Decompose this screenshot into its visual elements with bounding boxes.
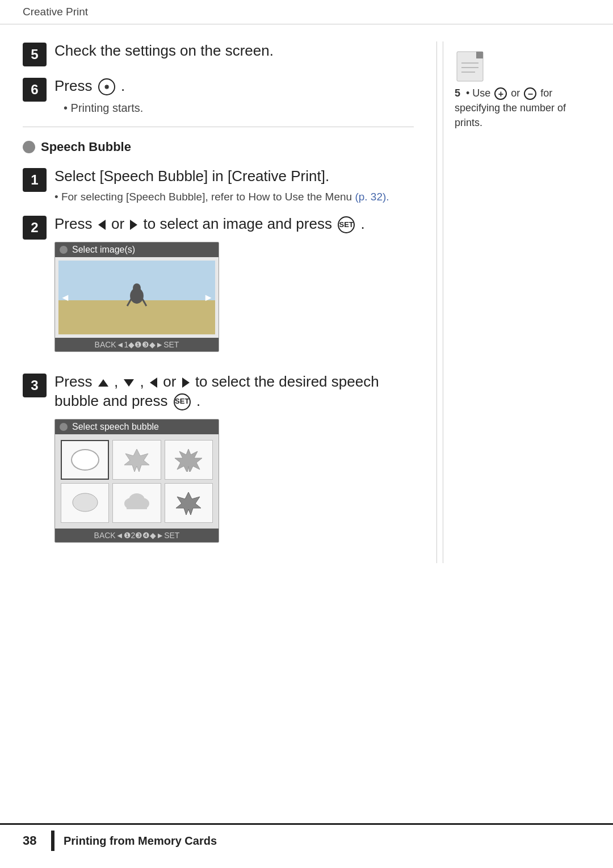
document-icon	[455, 51, 491, 82]
section-divider	[23, 127, 414, 127]
screen-dot-icon-2	[60, 423, 68, 431]
step-2-dot: .	[360, 215, 364, 232]
step-3: 3 Press , , or to select the desired spe…	[23, 372, 414, 553]
arrow-left-icon	[98, 220, 106, 230]
footer-text: Printing from Memory Cards	[64, 835, 217, 848]
screen-dot-icon	[60, 246, 68, 254]
right-column: 5 • Use + or − for specifying the number…	[443, 41, 590, 563]
step-6-number: 6	[23, 78, 47, 102]
screen-mockup-2: Select speech bubble	[54, 419, 219, 543]
step-3-dot: .	[196, 392, 200, 409]
bubble-item-5	[112, 483, 161, 523]
bubble-grid	[55, 434, 219, 529]
step-6-title: Press ⎈ .	[54, 77, 414, 96]
step-2-or: or	[111, 215, 128, 232]
step-6-content: Press ⎈ . Printing starts.	[54, 77, 414, 116]
main-content: 5 Check the settings on the screen. 6 Pr…	[0, 24, 613, 563]
screen-topbar-2: Select speech bubble	[55, 420, 219, 434]
minus-icon: −	[524, 87, 536, 100]
screen-bottom-text-1: BACK◄1◆❶❸◆►SET	[95, 340, 179, 349]
bubble-spiky-icon	[122, 448, 152, 472]
screen-nav-left-icon: ◄	[60, 291, 70, 303]
bubble-item-6	[165, 483, 213, 523]
note-box: 5 • Use + or − for specifying the number…	[455, 51, 590, 130]
bubble-cloud-icon	[122, 491, 152, 515]
step-6-press-label: Press	[54, 77, 92, 94]
arrow-down-icon	[124, 379, 134, 387]
step-3-title: Press , , or to select the desired speec…	[54, 372, 414, 411]
screen-bottombar-1: BACK◄1◆❶❸◆►SET	[55, 338, 219, 351]
step-1-note: • For selecting [Speech Bubble], refer t…	[54, 190, 414, 205]
svg-rect-12	[127, 502, 147, 509]
step-2-number: 2	[23, 216, 47, 240]
screen-label-2: Select speech bubble	[72, 422, 159, 432]
step-1: 1 Select [Speech Bubble] in [Creative Pr…	[23, 167, 414, 204]
step-2-press: Press	[54, 215, 96, 232]
step-5-title: Check the settings on the screen.	[54, 41, 414, 61]
section-title: Speech Bubble	[41, 140, 131, 154]
svg-point-3	[133, 283, 141, 292]
svg-rect-15	[476, 52, 483, 58]
section-bullet-icon	[23, 141, 35, 153]
svg-rect-1	[58, 300, 215, 334]
screen-bottom-text-2: BACK◄❶2❸❹◆►SET	[94, 531, 180, 540]
screen-nav-right-icon: ►	[203, 291, 213, 303]
step-1-title: Select [Speech Bubble] in [Creative Prin…	[54, 167, 414, 186]
svg-marker-7	[175, 449, 202, 472]
step-6-dot: .	[121, 77, 125, 94]
beach-svg	[58, 261, 215, 334]
step-3-comma2: ,	[140, 373, 148, 390]
screen-bottombar-2: BACK◄❶2❸❹◆►SET	[55, 529, 219, 542]
arrow-right-icon-2	[182, 378, 190, 388]
page-footer: 38 Printing from Memory Cards	[0, 823, 613, 851]
svg-point-8	[73, 493, 98, 511]
step-3-or: or	[163, 373, 180, 390]
right-note-number: 5	[455, 87, 460, 99]
bubble-item-4	[61, 483, 109, 523]
bubble-oval-icon	[71, 449, 99, 471]
step-2-to-select: to select an image and press	[144, 215, 337, 232]
footer-page-number: 38	[23, 833, 51, 848]
bubble-spiky2-icon	[174, 448, 203, 472]
screen-topbar-1: Select image(s)	[55, 242, 219, 257]
step-3-to-select: to select the desired speech bubble and …	[54, 373, 379, 409]
step-6-bullet: Printing starts.	[64, 99, 414, 116]
step-3-content: Press , , or to select the desired speec…	[54, 372, 414, 553]
screen-label-1: Select image(s)	[72, 245, 135, 255]
left-column: 5 Check the settings on the screen. 6 Pr…	[23, 41, 431, 563]
step-3-press: Press	[54, 373, 96, 390]
screen-image-1: ◄ ►	[58, 261, 215, 334]
step-1-content: Select [Speech Bubble] in [Creative Prin…	[54, 167, 414, 204]
step-2-title: Press or to select an image and press SE…	[54, 215, 414, 234]
arrow-left-icon-2	[150, 378, 157, 388]
bubble-oval2-icon	[70, 491, 100, 515]
arrow-up-icon	[98, 379, 108, 387]
step-1-number: 1	[23, 168, 47, 192]
step-5-number: 5	[23, 43, 47, 66]
right-note-text: 5 • Use + or − for specifying the number…	[455, 86, 590, 130]
bubble-item-1	[61, 440, 109, 480]
bubble-item-3	[165, 440, 213, 480]
screen-mockup-1: Select image(s)	[54, 242, 219, 352]
beach-scene	[58, 261, 215, 334]
page-header: Creative Print	[0, 0, 613, 24]
step-5: 5 Check the settings on the screen.	[23, 41, 414, 66]
bubble-dark-icon	[174, 491, 203, 515]
header-title: Creative Print	[23, 6, 88, 18]
step-2-content: Press or to select an image and press SE…	[54, 215, 414, 362]
step-1-link[interactable]: (p. 32).	[355, 191, 389, 203]
step-6: 6 Press ⎈ . Printing starts.	[23, 77, 414, 116]
step-2: 2 Press or to select an image and press …	[23, 215, 414, 362]
vertical-divider	[436, 41, 437, 563]
section-header-speech-bubble: Speech Bubble	[23, 140, 414, 154]
svg-marker-6	[124, 449, 149, 472]
step-5-content: Check the settings on the screen.	[54, 41, 414, 64]
step-3-comma1: ,	[114, 373, 122, 390]
step-3-number: 3	[23, 374, 47, 397]
bubble-item-2	[112, 440, 161, 480]
set-button-icon-2: SET	[174, 393, 191, 410]
print-button-icon: ⎈	[98, 78, 115, 95]
arrow-right-icon	[130, 220, 137, 230]
footer-bar	[51, 831, 54, 851]
set-button-icon: SET	[338, 216, 355, 233]
